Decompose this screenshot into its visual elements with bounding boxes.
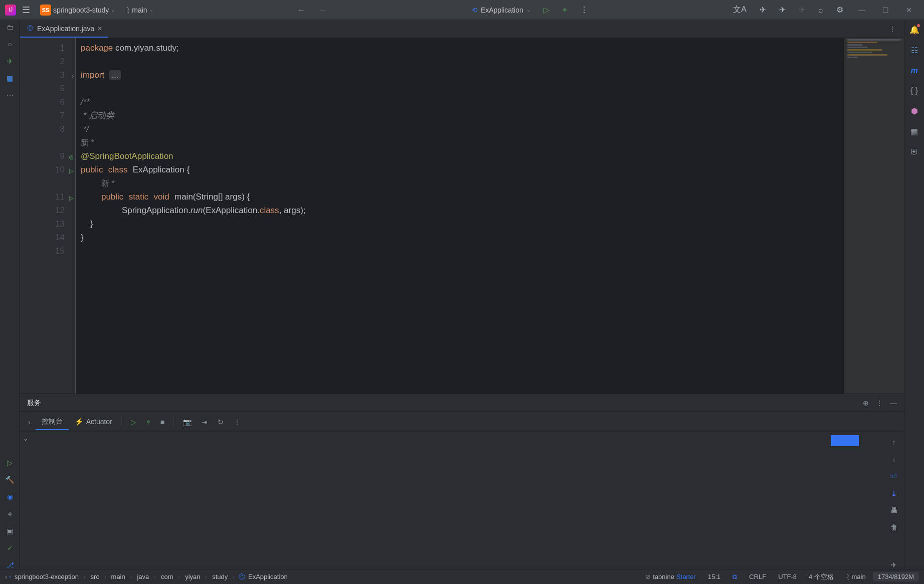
debug-service-icon[interactable]: ⌖	[142, 418, 154, 426]
window-minimize-icon[interactable]: —	[851, 6, 872, 14]
collapse-icon[interactable]: ⌄	[23, 435, 28, 442]
print-icon[interactable]: 🖶	[890, 506, 897, 514]
line-separator[interactable]: CRLF	[744, 573, 771, 580]
tab-console[interactable]: 控制台	[36, 414, 69, 430]
project-selector[interactable]: SS springboot3-study ⌄	[36, 3, 119, 18]
services-header: 服务 ⊕ ⋮ —	[20, 394, 904, 412]
calendar-icon[interactable]: ▦	[910, 127, 918, 136]
chevron-right-icon: ›	[82, 574, 88, 580]
tab-more-icon[interactable]: ⋮	[881, 25, 904, 33]
shield-icon[interactable]: ⛨	[910, 147, 918, 156]
expand-icon[interactable]: ›	[25, 418, 34, 426]
scroll-down-icon[interactable]: ↓	[892, 455, 896, 463]
pull-request-icon[interactable]: ⎆	[8, 510, 12, 518]
line-number: 1	[20, 41, 65, 55]
copy-icon[interactable]: ⧉	[727, 573, 742, 581]
services-title: 服务	[27, 399, 41, 408]
clear-icon[interactable]: 🗑	[890, 523, 897, 531]
run-gutter-icon[interactable]: ▷	[69, 191, 74, 205]
run-tool-icon[interactable]: ▷	[7, 459, 13, 467]
target-icon[interactable]: ⊕	[863, 399, 869, 407]
soft-wrap-icon[interactable]: ⏎	[891, 472, 897, 480]
memory-indicator[interactable]: 1734/8192M	[873, 572, 919, 581]
bean-gutter-icon[interactable]: ⊘	[69, 151, 74, 164]
panel-minimize-icon[interactable]: —	[890, 399, 897, 407]
more-tools-icon[interactable]: ⋯	[7, 91, 14, 99]
ide-logo-icon: IJ	[5, 5, 16, 16]
send-alt-icon[interactable]: ✈	[774, 5, 791, 15]
editor-tab[interactable]: Ⓒ ExApplication.java ✕	[20, 20, 108, 38]
editor-tabs: Ⓒ ExApplication.java ✕ ⋮	[20, 20, 904, 38]
breadcrumb-item[interactable]: src	[90, 573, 100, 580]
run-config-selector[interactable]: ⟲ ExApplication ⌄	[467, 4, 535, 16]
breadcrumb-item[interactable]: main	[110, 573, 126, 580]
panel-more-icon[interactable]: ⋮	[876, 399, 883, 407]
window-maximize-icon[interactable]: ☐	[875, 6, 896, 14]
indent-widget[interactable]: 4 个空格	[804, 572, 839, 581]
cube-icon[interactable]: ⬢	[911, 106, 918, 116]
jr-tool-icon[interactable]: ✈	[7, 57, 13, 65]
maven-icon[interactable]: m	[910, 66, 917, 75]
console-output[interactable]: ⌄	[20, 432, 884, 569]
line-number	[20, 136, 65, 149]
send-icon[interactable]: ✈	[755, 5, 771, 15]
scroll-to-end-icon[interactable]: ⤓	[891, 489, 897, 497]
breadcrumb-item[interactable]: com	[160, 573, 174, 580]
terminal-tool-icon[interactable]: ▣	[7, 527, 13, 535]
stop-service-icon[interactable]: ■	[156, 418, 168, 426]
vcs-tool-icon[interactable]: ⎇	[6, 561, 14, 569]
jr-bottom-icon[interactable]: ✈	[891, 561, 897, 569]
services-panel: 服务 ⊕ ⋮ — › 控制台 ⚡ Actuator ▷ ⌖ ■ 📷	[20, 394, 904, 569]
camera-icon[interactable]: 📷	[179, 418, 196, 426]
structure-tool-icon[interactable]: ▦	[7, 74, 13, 82]
notification-dot-icon	[917, 24, 920, 27]
window-close-icon[interactable]: ✕	[899, 6, 919, 14]
more-tools-icon[interactable]: ⋮	[230, 418, 245, 426]
nav-forward-icon[interactable]: →	[313, 6, 331, 15]
scroll-up-icon[interactable]: ↑	[892, 438, 896, 446]
file-encoding[interactable]: UTF-8	[773, 573, 802, 580]
run-gutter-icon[interactable]: ▷	[69, 164, 74, 178]
breadcrumb-item[interactable]: java	[136, 573, 150, 580]
fold-icon[interactable]: ›	[72, 70, 74, 83]
cursor-position[interactable]: 15:1	[703, 573, 725, 580]
vcs-branch-selector[interactable]: ᚱ main ⌄	[122, 4, 157, 16]
translate-icon[interactable]: 文A	[728, 5, 752, 15]
commit-tool-icon[interactable]: ○	[8, 40, 12, 48]
breadcrumb-item[interactable]: study	[211, 573, 229, 580]
breadcrumb-item[interactable]: ExApplication	[247, 573, 289, 580]
line-number	[20, 176, 65, 190]
search-icon[interactable]: ⌕	[813, 6, 828, 15]
database-icon[interactable]: ☷	[911, 46, 918, 55]
chevron-right-icon: ›	[152, 574, 158, 580]
build-tool-icon[interactable]: 🔨	[6, 476, 14, 484]
code-minimap[interactable]	[844, 38, 904, 394]
chevron-right-icon: ›	[231, 574, 237, 580]
tabnine-widget[interactable]: ⊘ tabnine Starter	[640, 573, 701, 580]
more-actions-icon[interactable]: ⋮	[575, 5, 593, 15]
refresh-icon[interactable]: ↻	[214, 418, 228, 426]
run-button-icon[interactable]: ▷	[538, 5, 555, 15]
import-icon[interactable]: ⇥	[198, 418, 212, 426]
nav-back-icon[interactable]: ←	[292, 6, 310, 15]
code-area[interactable]: package com.yiyan.study; import ... /** …	[75, 38, 844, 394]
breadcrumb-item[interactable]: springboot3-exception	[14, 573, 80, 580]
main-toolbar: IJ ☰ SS springboot3-study ⌄ ᚱ main ⌄ ← →…	[0, 0, 924, 20]
project-tool-icon[interactable]: 🗀	[7, 23, 14, 31]
debug-button-icon[interactable]: ⌖	[558, 6, 572, 15]
problems-ok-icon[interactable]: ✓	[7, 544, 13, 552]
services-content: ⌄ ↑ ↓ ⏎ ⤓ 🖶 🗑 ✈	[20, 432, 904, 569]
ai-tool-icon[interactable]: ◉	[7, 493, 13, 501]
line-number: 3›	[20, 68, 65, 82]
run-service-icon[interactable]: ▷	[127, 418, 140, 426]
tab-actuator[interactable]: ⚡ Actuator	[71, 418, 116, 427]
editor[interactable]: 1 2 3› 5 6 7 8 9⊘ 10▷ 11▷ 12 13 14 15 pa…	[20, 38, 904, 394]
close-tab-icon[interactable]: ✕	[97, 25, 102, 32]
vcs-branch-widget[interactable]: ᚱ main	[841, 573, 871, 580]
bracket-icon[interactable]: { }	[910, 86, 918, 95]
settings-icon[interactable]: ⚙	[831, 5, 848, 15]
class-icon: Ⓒ	[239, 572, 245, 581]
exit-icon[interactable]: ›	[5, 573, 7, 580]
breadcrumb-item[interactable]: yiyan	[184, 573, 201, 580]
hamburger-menu-icon[interactable]: ☰	[19, 5, 33, 16]
